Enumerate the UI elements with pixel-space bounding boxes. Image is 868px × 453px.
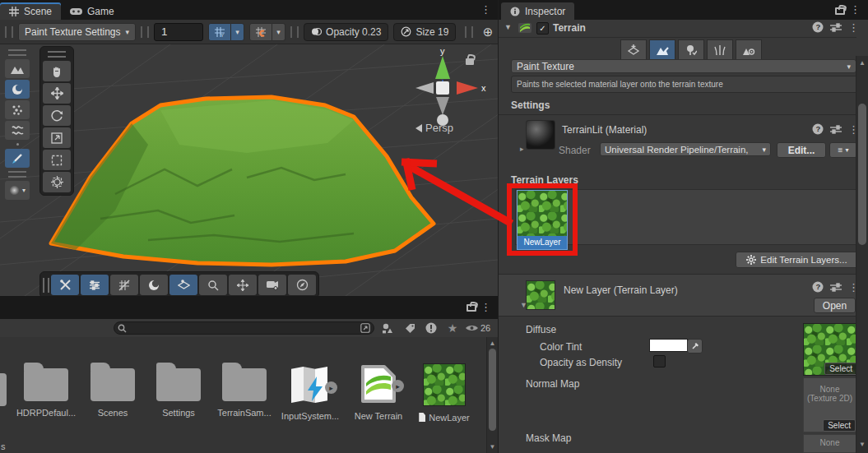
gizmo-lock-icon[interactable] bbox=[466, 54, 474, 65]
camera-settings-icon[interactable]: ⊕ bbox=[478, 25, 498, 39]
normal-map-select-button[interactable]: Select bbox=[823, 419, 856, 432]
grid-snap-y-button[interactable]: Y bbox=[208, 23, 231, 41]
paint-details-button[interactable] bbox=[707, 39, 733, 61]
material-preview-sphere[interactable] bbox=[526, 120, 555, 150]
diffuse-texture-slot[interactable]: Select bbox=[803, 323, 858, 376]
opacity-as-density-checkbox[interactable] bbox=[653, 355, 666, 367]
color-tint-swatch[interactable] bbox=[649, 339, 688, 352]
favorites-star-icon[interactable]: ★ bbox=[443, 321, 462, 335]
mask-map-slot[interactable]: None bbox=[803, 434, 856, 453]
search-by-label-icon[interactable] bbox=[401, 321, 419, 335]
expand-asset-icon[interactable]: ▸ bbox=[325, 381, 337, 394]
move-overlay-button[interactable] bbox=[229, 275, 257, 295]
eyedropper-button[interactable] bbox=[687, 339, 703, 354]
create-neighbor-terrains-button[interactable] bbox=[620, 39, 647, 61]
grid-visibility-button[interactable] bbox=[110, 275, 138, 295]
terrain-component-header[interactable]: ▼ ✓ Terrain ? ⋮ bbox=[499, 20, 856, 38]
project-menu-icon[interactable]: ⋮ bbox=[480, 302, 491, 312]
overlay-drag-handle[interactable] bbox=[8, 171, 26, 178]
tab-inspector[interactable]: Inspector bbox=[501, 2, 574, 20]
tab-game[interactable]: Game bbox=[61, 2, 123, 20]
alert-filter-icon[interactable] bbox=[422, 321, 440, 335]
presets-icon[interactable] bbox=[830, 23, 842, 32]
scale-tool[interactable] bbox=[43, 127, 71, 148]
scroll-up-icon[interactable]: ▲ bbox=[856, 59, 868, 67]
brush-opacity-field[interactable]: Opacity 0.23 bbox=[304, 23, 388, 41]
project-search[interactable] bbox=[114, 321, 374, 335]
paint-overlay-button[interactable] bbox=[169, 275, 197, 295]
paint-trees-button[interactable] bbox=[678, 39, 704, 61]
terrain-settings-button[interactable] bbox=[736, 39, 762, 61]
rotate-tool[interactable] bbox=[43, 105, 71, 126]
layer-tile-newlayer[interactable]: NewLayer bbox=[518, 191, 567, 249]
project-item-terrainsamples[interactable]: TerrainSam... bbox=[211, 363, 277, 418]
component-enabled-checkbox[interactable]: ✓ bbox=[536, 22, 549, 35]
scroll-down-icon[interactable]: ▼ bbox=[487, 443, 498, 451]
search-input[interactable] bbox=[130, 322, 357, 334]
brush-size-field[interactable]: Size 19 bbox=[393, 23, 456, 41]
scroll-down-icon[interactable]: ▼ bbox=[856, 441, 868, 448]
expand-asset-icon[interactable]: ▸ bbox=[392, 380, 404, 392]
search-by-type-icon[interactable] bbox=[378, 321, 397, 335]
move-tool[interactable] bbox=[43, 83, 71, 104]
tab-scene[interactable]: Scene bbox=[0, 2, 61, 20]
brush-preview-dropdown[interactable]: ▾ bbox=[5, 181, 30, 200]
scene-viewport[interactable]: y x Persp bbox=[0, 44, 498, 296]
overlay-drag-handle[interactable] bbox=[8, 49, 26, 56]
shader-edit-button[interactable]: Edit... bbox=[777, 142, 826, 158]
inspector-menu-icon[interactable]: ⋮ bbox=[850, 4, 861, 15]
project-item-new-terrain[interactable]: ▸ New Terrain bbox=[346, 363, 411, 421]
project-content[interactable]: s HDRPDefaul... Scenes Settings TerrainS… bbox=[0, 337, 498, 453]
diffuse-select-button[interactable]: Select bbox=[824, 363, 857, 375]
inspector-scrollbar[interactable]: ▲ ▼ bbox=[856, 56, 868, 453]
increment-snap-arrow[interactable]: ▾ bbox=[272, 23, 285, 41]
projection-mode[interactable]: Persp bbox=[415, 122, 453, 134]
terrain-raise-lower-tool[interactable] bbox=[5, 59, 30, 78]
material-foldout-icon[interactable]: ▸ bbox=[520, 145, 524, 153]
terrain-stamp-tool[interactable] bbox=[5, 100, 30, 119]
material-presets-icon[interactable] bbox=[830, 125, 842, 134]
paint-terrain-button[interactable] bbox=[649, 39, 675, 61]
overlay-drag-handle[interactable] bbox=[43, 278, 49, 293]
project-item-newlayer[interactable]: NewLayer bbox=[411, 363, 477, 423]
layer-help-icon[interactable]: ? bbox=[812, 281, 824, 293]
search-overlay-button[interactable] bbox=[199, 275, 227, 295]
paint-texture-settings-dropdown[interactable]: Paint Texture Settings ▾ bbox=[18, 23, 136, 41]
increment-snap-button[interactable] bbox=[249, 23, 272, 41]
material-help-icon[interactable]: ? bbox=[812, 123, 824, 135]
toolbar-drag-handle[interactable] bbox=[5, 26, 13, 38]
material-list-button[interactable]: ≡▾ bbox=[829, 142, 857, 158]
scrollbar-thumb[interactable] bbox=[858, 104, 866, 245]
project-item-scenes[interactable]: Scenes bbox=[80, 363, 146, 418]
layer-foldout-icon[interactable]: ▼ bbox=[520, 301, 527, 309]
project-item-settings[interactable]: Settings bbox=[146, 363, 211, 418]
overlay-drag-handle[interactable] bbox=[48, 51, 66, 58]
shader-dropdown[interactable]: Universal Render Pipeline/Terrain, ▾ bbox=[600, 142, 771, 156]
visibility-toggle[interactable]: 26 bbox=[462, 321, 494, 335]
paint-brush-tool[interactable] bbox=[5, 149, 30, 168]
terrain-layer-asset-header[interactable]: New Layer (Terrain Layer) ? ⋮ Open ▼ bbox=[499, 274, 856, 317]
open-button[interactable]: Open bbox=[814, 298, 856, 313]
scroll-up-icon[interactable]: ▲ bbox=[487, 340, 498, 347]
project-scrollbar[interactable]: ▲ ▼ bbox=[486, 337, 498, 453]
edit-terrain-layers-button[interactable]: Edit Terrain Layers... bbox=[736, 252, 858, 268]
transform-tool[interactable] bbox=[43, 172, 71, 192]
orientation-gizmo[interactable]: y x bbox=[415, 49, 490, 132]
grid-snap-y-arrow[interactable]: ▾ bbox=[231, 23, 244, 41]
tools-toggle-button[interactable] bbox=[51, 275, 79, 295]
project-item-hdrpdefault[interactable]: HDRPDefaul... bbox=[13, 363, 79, 418]
rect-tool[interactable] bbox=[43, 150, 71, 170]
help-icon[interactable]: ? bbox=[812, 21, 824, 33]
camera-overlay-button[interactable] bbox=[258, 275, 286, 295]
view-hand-tool[interactable] bbox=[43, 61, 71, 81]
foldout-icon[interactable]: ▼ bbox=[504, 23, 512, 31]
compass-overlay-button[interactable] bbox=[288, 275, 316, 295]
inspector-unlock-icon[interactable] bbox=[835, 3, 845, 15]
component-menu-icon[interactable]: ⋮ bbox=[848, 22, 859, 33]
normal-map-slot[interactable]: None (Texture 2D) Select bbox=[803, 377, 856, 432]
layer-presets-icon[interactable] bbox=[830, 283, 842, 292]
scene-panel-menu-icon[interactable]: ⋮ bbox=[480, 4, 491, 15]
shading-mode-button[interactable] bbox=[140, 275, 168, 295]
brush-count-field[interactable] bbox=[154, 23, 203, 41]
scrollbar-thumb[interactable] bbox=[489, 349, 496, 431]
